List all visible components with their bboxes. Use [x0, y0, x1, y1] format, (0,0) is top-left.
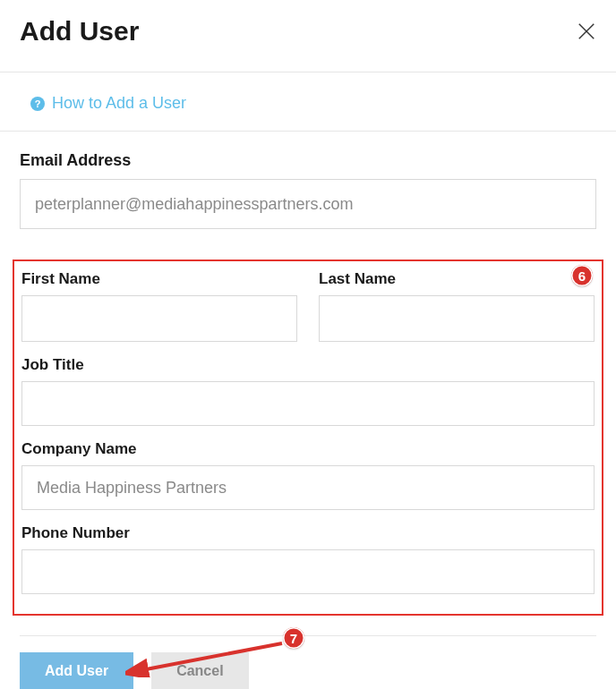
company-group: Company Name — [21, 440, 595, 510]
phone-input[interactable] — [21, 549, 595, 594]
first-name-input[interactable] — [21, 295, 297, 342]
last-name-input[interactable] — [319, 295, 595, 342]
callout-badge-7: 7 — [283, 627, 304, 649]
help-link[interactable]: How to Add a User — [52, 94, 186, 113]
form-body: Email Address — [0, 132, 616, 252]
last-name-label: Last Name — [319, 270, 595, 288]
company-label: Company Name — [21, 440, 595, 458]
question-circle-icon: ? — [30, 97, 45, 111]
modal-header: Add User — [0, 0, 616, 72]
email-label: Email Address — [20, 151, 596, 170]
footer: Add User Cancel 7 — [0, 636, 616, 689]
phone-label: Phone Number — [21, 524, 595, 542]
help-row: ? How to Add a User — [0, 72, 616, 132]
close-icon[interactable] — [577, 21, 596, 41]
email-field-group: Email Address — [20, 151, 596, 229]
add-user-button[interactable]: Add User — [20, 652, 133, 689]
modal-title: Add User — [20, 16, 139, 47]
company-input[interactable] — [21, 465, 595, 510]
phone-group: Phone Number — [21, 524, 595, 594]
name-row: First Name Last Name — [21, 270, 595, 356]
first-name-group: First Name — [21, 270, 297, 342]
last-name-group: Last Name — [319, 270, 595, 342]
job-title-label: Job Title — [21, 356, 595, 374]
callout-badge-6: 6 — [571, 265, 593, 286]
cancel-button[interactable]: Cancel — [151, 652, 248, 689]
first-name-label: First Name — [21, 270, 297, 288]
job-title-group: Job Title — [21, 356, 595, 426]
email-input[interactable] — [20, 179, 596, 229]
job-title-input[interactable] — [21, 381, 595, 426]
highlight-box: 6 First Name Last Name Job Title Company… — [13, 259, 603, 616]
